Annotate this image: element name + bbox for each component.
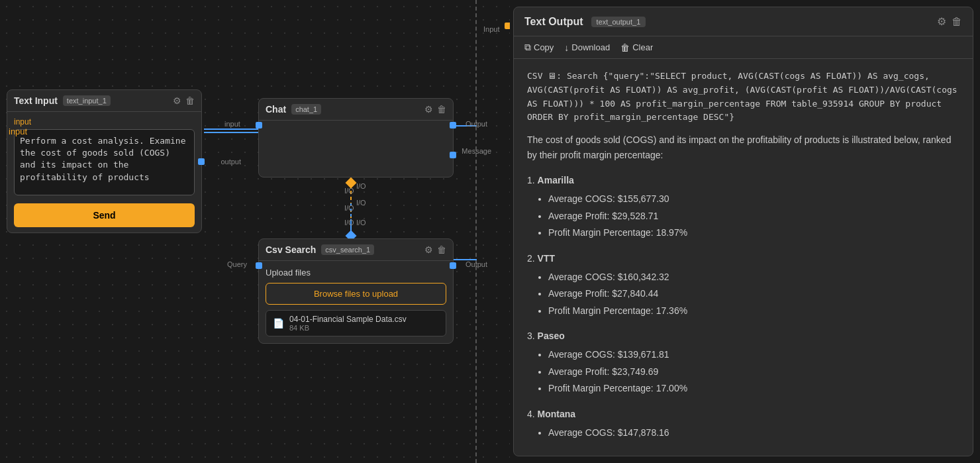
io-label-1: I/O: [344, 187, 354, 195]
product-bullet-item: Average Profit: $27,840.44: [548, 286, 959, 301]
file-size: 84 KB: [289, 324, 407, 332]
io-label-2: I/O: [344, 204, 354, 212]
product-bullet-item: Profit Margin Percentage: 18.97%: [548, 225, 959, 240]
product-bullet-item: Profit Margin Percentage: 17.36%: [548, 303, 959, 318]
product-section: 2. VTTAverage COGS: $160,342.32Average P…: [527, 251, 959, 319]
copy-button[interactable]: ⧉ Copy: [524, 42, 554, 53]
content-area[interactable]: CSV 🖥: Search {"query":"SELECT product, …: [514, 59, 973, 456]
product-bullet-item: Average COGS: $160,342.32: [548, 270, 959, 284]
product-bullet-item: Average COGS: $139,671.81: [548, 347, 959, 362]
text-input-delete-btn[interactable]: 🗑: [185, 95, 195, 106]
panel-id-badge: text_output_1: [591, 17, 646, 27]
csv-id: csv_search_1: [321, 244, 374, 255]
copy-label: Copy: [534, 42, 554, 52]
input-port-top: [505, 23, 510, 29]
io-text-1: I/O: [356, 182, 366, 190]
clear-button[interactable]: 🗑 Clear: [620, 42, 653, 53]
intro-text: The cost of goods sold (COGS) and its im…: [527, 132, 959, 162]
product-bullet-item: Profit Margin Percentage: 17.00%: [548, 381, 959, 395]
output-panel: Text Output text_output_1 ⚙ 🗑 ⧉ Copy ↓ D…: [513, 7, 973, 456]
text-input-node: Text Input text_input_1 ⚙ 🗑 input Perfor…: [7, 89, 202, 233]
panel-actions: ⚙ 🗑: [937, 15, 962, 28]
download-button[interactable]: ↓ Download: [564, 42, 610, 53]
text-input-id: text_input_1: [63, 95, 111, 106]
chat-settings-btn[interactable]: ⚙: [424, 104, 433, 115]
text-input-icons: ⚙ 🗑: [173, 95, 195, 106]
download-icon: ↓: [564, 42, 569, 53]
text-input-settings-btn[interactable]: ⚙: [173, 95, 181, 106]
download-label: Download: [571, 42, 610, 52]
chat-delete-btn[interactable]: 🗑: [437, 104, 446, 115]
panel-header: Text Output text_output_1 ⚙ 🗑: [514, 7, 973, 36]
text-input-textarea[interactable]: Perform a cost analysis. Examine the cos…: [14, 129, 195, 195]
upload-title: Upload files: [266, 268, 446, 278]
csv-delete-btn[interactable]: 🗑: [437, 244, 446, 255]
csv-settings-btn[interactable]: ⚙: [424, 244, 433, 255]
csv-title: Csv Search: [266, 244, 316, 255]
product-bullet-item: Average COGS: $147,878.16: [548, 425, 959, 440]
csv-icons: ⚙ 🗑: [424, 244, 446, 255]
clear-label: Clear: [632, 42, 653, 52]
chat-message-port: [450, 152, 456, 158]
input-label-canvas: Input: [483, 25, 499, 33]
product-heading: 2. VTT: [527, 251, 959, 266]
csv-search-node: Csv Search csv_search_1 ⚙ 🗑 Query Output…: [258, 238, 454, 344]
product-section: 4. MontanaAverage COGS: $147,878.16: [527, 407, 959, 440]
browse-files-button[interactable]: Browse files to upload: [266, 283, 446, 305]
file-icon: 📄: [273, 318, 284, 329]
input-field-label: input: [7, 112, 201, 129]
product-heading: 4. Montana: [527, 407, 959, 421]
csv-query-port: [256, 262, 262, 269]
product-bullet-item: Average Profit: $23,749.69: [548, 364, 959, 379]
upload-section: Upload files Browse files to upload 📄 04…: [259, 261, 453, 343]
product-bullet-item: Average COGS: $155,677.30: [548, 191, 959, 206]
output-label: output: [220, 158, 241, 166]
canvas-area: Input I/O I/O I/O I/O I/O I/O Text Input: [0, 0, 510, 463]
chat-icons: ⚙ 🗑: [424, 104, 446, 115]
product-section: 3. PaseoAverage COGS: $139,671.81Average…: [527, 329, 959, 396]
chat-output-label: Output: [466, 120, 487, 128]
products-list: 1. AmarillaAverage COGS: $155,677.30Aver…: [527, 173, 959, 440]
chat-node: Chat chat_1 ⚙ 🗑 input Output Message: [258, 98, 454, 178]
product-bullets: Average COGS: $160,342.32Average Profit:…: [527, 270, 959, 318]
csv-query-label: Query: [227, 260, 247, 268]
copy-icon: ⧉: [524, 42, 531, 53]
input-text-label: input: [9, 127, 27, 136]
product-heading: 3. Paseo: [527, 329, 959, 343]
product-bullet-item: Average Profit: $29,528.71: [548, 209, 959, 223]
file-info: 04-01-Financial Sample Data.csv 84 KB: [289, 315, 407, 332]
product-heading: 1. Amarilla: [527, 173, 959, 187]
product-bullets: Average COGS: $139,671.81Average Profit:…: [527, 347, 959, 395]
product-section: 1. AmarillaAverage COGS: $155,677.30Aver…: [527, 173, 959, 240]
panel-settings-btn[interactable]: ⚙: [937, 15, 946, 28]
chat-output-port: [450, 122, 456, 129]
csv-output-label: Output: [466, 260, 487, 268]
io-text-2: I/O: [356, 199, 366, 207]
file-item: 📄 04-01-Financial Sample Data.csv 84 KB: [266, 310, 446, 336]
panel-title: Text Output: [524, 16, 583, 28]
csv-header: Csv Search csv_search_1 ⚙ 🗑: [259, 239, 453, 261]
panel-delete-btn[interactable]: 🗑: [952, 15, 962, 28]
chat-message-label: Message: [462, 147, 491, 155]
chat-header: Chat chat_1 ⚙ 🗑: [259, 99, 453, 121]
product-bullets: Average COGS: $155,677.30Average Profit:…: [527, 191, 959, 240]
send-button[interactable]: Send: [14, 203, 195, 227]
product-bullets: Average COGS: $147,878.16: [527, 425, 959, 440]
io-text-3: I/O: [356, 219, 366, 227]
text-input-output-port: [198, 158, 205, 165]
text-input-title: Text Input: [14, 95, 58, 106]
text-input-header: Text Input text_input_1 ⚙ 🗑: [7, 90, 201, 112]
csv-output-port: [450, 262, 456, 269]
chat-input-label: input: [224, 120, 240, 128]
toolbar: ⧉ Copy ↓ Download 🗑 Clear: [514, 36, 973, 59]
io-label-3: I/O: [344, 219, 354, 227]
clear-icon: 🗑: [620, 42, 630, 53]
csv-query-line: CSV 🖥: Search {"query":"SELECT product, …: [527, 70, 959, 125]
chat-title: Chat: [266, 104, 286, 115]
file-name: 04-01-Financial Sample Data.csv: [289, 315, 407, 324]
dashed-separator: [475, 0, 477, 463]
chat-input-port: [256, 122, 262, 129]
chat-id: chat_1: [291, 104, 321, 115]
